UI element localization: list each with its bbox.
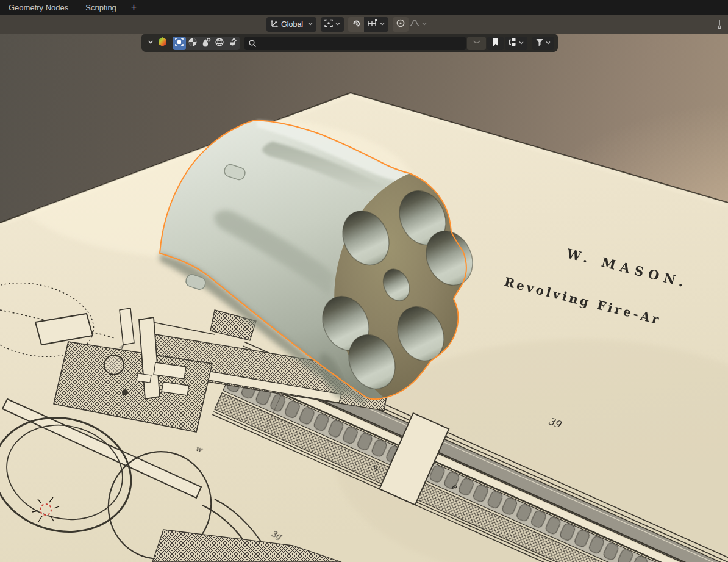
bookmark-icon <box>491 37 500 49</box>
arc-curve-icon <box>472 37 482 49</box>
search-box[interactable] <box>244 37 466 50</box>
snap-target-dropdown[interactable] <box>364 17 388 32</box>
proportional-falloff-dropdown[interactable] <box>409 18 428 31</box>
brush-toggle[interactable] <box>226 37 240 50</box>
add-workspace-button[interactable]: + <box>125 0 143 15</box>
chevron-down-icon <box>307 19 314 30</box>
snap-magnet-icon <box>351 18 362 31</box>
proportional-editing-icon <box>395 18 406 31</box>
collapse-menu-button[interactable] <box>145 37 156 50</box>
viewport-3d[interactable]: W. MASON. Revolving Fire-Ar 39 e w w 4. … <box>0 34 728 562</box>
editor-options-icon[interactable] <box>715 18 724 33</box>
metaball-toggle[interactable] <box>199 37 213 50</box>
chevron-down-icon <box>421 19 428 30</box>
chevron-down-icon <box>379 19 386 30</box>
topbar: Geometry Nodes Scripting + <box>0 0 728 15</box>
checker-sphere-toggle[interactable] <box>186 37 199 50</box>
object-select-toggle[interactable] <box>173 37 186 50</box>
editor-header <box>141 34 558 52</box>
globe-toggle[interactable] <box>213 37 226 50</box>
falloff-curve-icon <box>409 18 421 31</box>
object-select-icon <box>174 37 184 49</box>
bookmark-button[interactable] <box>487 37 504 50</box>
chevron-down-icon <box>334 19 341 30</box>
checker-sphere-icon <box>188 37 198 49</box>
snap-toggle[interactable] <box>348 17 364 32</box>
search-icon <box>248 39 257 48</box>
brush-icon <box>228 37 238 49</box>
pivot-point-dropdown[interactable] <box>321 17 344 32</box>
pivot-point-icon <box>323 18 334 31</box>
transform-orientation-dropdown[interactable]: Global <box>266 17 316 32</box>
filter-funnel-icon <box>535 37 544 49</box>
scene-render: W. MASON. Revolving Fire-Ar 39 e w w 4. … <box>0 34 728 562</box>
tab-scripting[interactable]: Scripting <box>77 0 125 15</box>
geometry-nodes-icon <box>157 37 168 49</box>
transform-orientation-icon <box>269 18 280 31</box>
search-input[interactable] <box>260 38 462 48</box>
blender-window: W. MASON. Revolving Fire-Ar 39 e w w 4. … <box>0 0 728 562</box>
hierarchy-icon <box>507 37 518 49</box>
chevron-down-icon <box>146 38 155 49</box>
editor-type-button[interactable] <box>156 37 169 50</box>
viewport-header: Global <box>0 15 728 34</box>
snap-increment-icon <box>366 18 379 31</box>
proportional-editing-toggle[interactable] <box>393 17 409 32</box>
display-toggle-group <box>173 37 240 50</box>
display-mode-dropdown[interactable] <box>505 37 527 50</box>
metaball-icon <box>201 37 211 49</box>
chevron-down-icon <box>544 38 552 49</box>
orientation-label: Global <box>280 20 307 29</box>
tab-geometry-nodes[interactable]: Geometry Nodes <box>0 0 77 15</box>
chevron-down-icon <box>518 38 525 49</box>
filter-dropdown[interactable] <box>532 37 554 50</box>
falloff-arc-button[interactable] <box>467 37 486 50</box>
globe-icon <box>215 37 224 49</box>
